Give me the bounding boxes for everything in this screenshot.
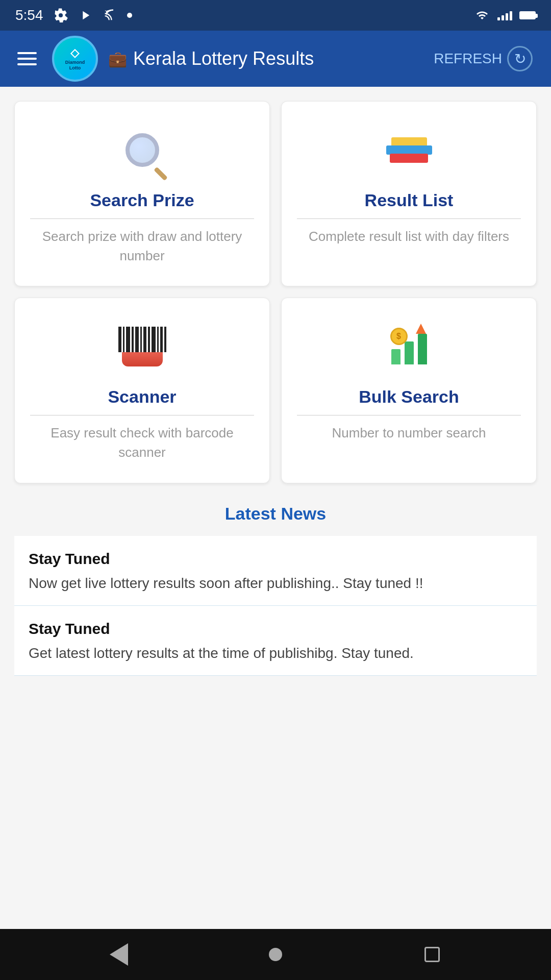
layers-icon — [386, 137, 432, 163]
news-body-1: Now get live lottery results soon after … — [29, 573, 522, 594]
news-body-2: Get latest lottery results at the time o… — [29, 643, 522, 664]
bulk-search-title: Bulk Search — [297, 387, 521, 415]
barcode-scanner-icon — [118, 327, 166, 366]
battery-icon — [519, 11, 536, 19]
menu-button[interactable] — [12, 47, 42, 70]
home-button[interactable] — [261, 940, 290, 969]
play-icon — [78, 8, 92, 22]
result-list-icon-area — [386, 122, 432, 178]
news-item-1: Stay Tuned Now get live lottery results … — [14, 536, 537, 606]
search-prize-icon-area — [126, 122, 159, 178]
signal-icon — [497, 10, 512, 20]
magnifier-icon — [126, 133, 159, 167]
bulk-search-icon-area: $ — [386, 318, 432, 375]
bulk-search-card[interactable]: $ Bulk Search Number to number search — [281, 298, 537, 483]
bulk-search-description: Number to number search — [332, 424, 486, 443]
status-bar: 5:54 — [0, 0, 551, 31]
news-headline-1: Stay Tuned — [29, 550, 522, 568]
result-list-description: Complete result list with day filters — [309, 227, 509, 247]
cards-grid: Search Prize Search prize with draw and … — [14, 101, 537, 483]
bulk-search-chart-icon: $ — [386, 324, 432, 370]
result-list-card[interactable]: Result List Complete result list with da… — [281, 101, 537, 286]
dot-indicator — [127, 13, 132, 18]
search-prize-description: Search prize with draw and lottery numbe… — [30, 227, 254, 265]
recents-button[interactable] — [418, 940, 446, 969]
news-headline-2: Stay Tuned — [29, 620, 522, 638]
scanner-description: Easy result check with barcode scanner — [30, 424, 254, 462]
latest-news-title: Latest News — [14, 504, 537, 524]
scanner-icon-area — [118, 318, 166, 375]
briefcase-icon: 💼 — [108, 50, 127, 68]
search-prize-title: Search Prize — [30, 190, 254, 219]
search-prize-card[interactable]: Search Prize Search prize with draw and … — [14, 101, 270, 286]
settings-icon — [54, 8, 68, 22]
toolbar-title: 💼 Kerala Lottery Results — [108, 48, 417, 69]
refresh-icon: ↻ — [507, 46, 533, 71]
status-time: 5:54 — [15, 7, 43, 23]
toolbar: ◇ DiamondLotto 💼 Kerala Lottery Results … — [0, 31, 551, 87]
back-button[interactable] — [105, 940, 133, 969]
scanner-card[interactable]: Scanner Easy result check with barcode s… — [14, 298, 270, 483]
cast-icon — [103, 8, 117, 22]
wifi-icon — [474, 9, 490, 21]
main-content: Search Prize Search prize with draw and … — [0, 87, 551, 929]
bottom-nav — [0, 929, 551, 980]
app-logo: ◇ DiamondLotto — [52, 36, 98, 82]
refresh-button[interactable]: REFRESH ↻ — [428, 42, 539, 76]
news-item-2: Stay Tuned Get latest lottery results at… — [14, 606, 537, 676]
result-list-title: Result List — [297, 190, 521, 219]
scanner-title: Scanner — [30, 387, 254, 415]
